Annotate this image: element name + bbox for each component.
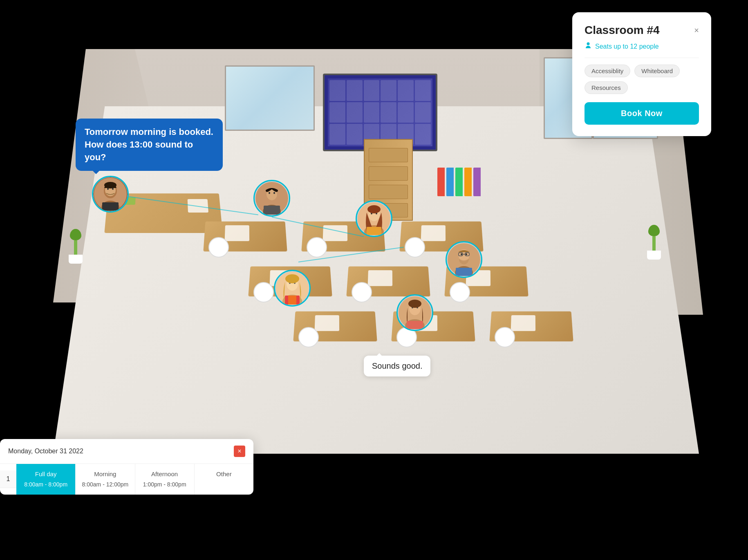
chair [495, 327, 515, 347]
chair [405, 237, 425, 258]
teacher-speech-bubble: Tomorrow morning is booked. How does 13:… [76, 119, 223, 171]
svg-rect-33 [456, 268, 472, 276]
student-speech-text: Sounds good. [372, 361, 422, 370]
tag-resources: Resources [585, 81, 628, 94]
chair [208, 237, 229, 258]
info-card-title: Classroom #4 [585, 24, 660, 37]
booking-option-fullday[interactable]: Full day 8:00am - 8:00pm [16, 464, 76, 495]
info-card-seats: Seats up to 12 people [585, 42, 699, 58]
plant-right [646, 225, 662, 258]
svg-point-39 [285, 274, 299, 283]
morning-time: 8:00am - 12:00pm [80, 480, 130, 489]
svg-point-47 [408, 300, 421, 308]
teacher-speech-text: Tomorrow morning is booked. How does 13:… [85, 127, 213, 162]
svg-point-49 [587, 43, 590, 45]
booking-row: 1 Full day 8:00am - 8:00pm Morning 8:00a… [0, 464, 253, 495]
chair [307, 237, 327, 258]
afternoon-label: Afternoon [151, 470, 178, 477]
bookshelf [437, 168, 481, 196]
svg-point-16 [273, 192, 275, 194]
chair [253, 282, 274, 302]
fullday-label: Full day [35, 470, 57, 477]
svg-point-15 [269, 192, 270, 194]
plant-left [67, 229, 84, 262]
student-speech-bubble: Sounds good. [364, 356, 430, 376]
booking-date: Monday, October 31 2022 [8, 448, 83, 455]
tag-accessibility: Accessiblity [585, 65, 630, 77]
booking-options: Full day 8:00am - 8:00pm Morning 8:00am … [16, 464, 253, 495]
booking-panel: Monday, October 31 2022 × 1 Full day 8:0… [0, 439, 253, 495]
booking-option-afternoon[interactable]: Afternoon 1:00pm - 8:00pm [135, 464, 195, 495]
booking-row-number: 1 [0, 470, 16, 488]
tag-whiteboard: Whiteboard [634, 65, 680, 77]
info-card-close-button[interactable]: × [694, 26, 699, 35]
avatar-student-5 [396, 294, 433, 331]
book-now-button[interactable]: Book Now [585, 102, 699, 125]
booking-option-other[interactable]: Other [195, 464, 253, 495]
svg-rect-41 [288, 296, 296, 305]
svg-point-29 [466, 253, 467, 255]
svg-rect-11 [102, 202, 119, 211]
scene: Tomorrow morning is booked. How does 13:… [0, 0, 748, 560]
svg-point-23 [367, 205, 381, 213]
info-card-header: Classroom #4 × [585, 24, 699, 37]
chair [352, 282, 372, 302]
seats-icon [585, 42, 592, 51]
avatar-student-2 [356, 200, 392, 237]
avatar-student-4 [274, 270, 311, 307]
avatar-teacher [92, 176, 129, 213]
other-label: Other [216, 470, 232, 477]
svg-rect-48 [407, 321, 423, 329]
info-card: Classroom #4 × Seats up to 12 people Acc… [572, 12, 711, 136]
booking-close-button[interactable]: × [234, 446, 245, 457]
morning-label: Morning [94, 470, 116, 477]
window-left [225, 65, 315, 131]
svg-point-28 [461, 253, 462, 255]
chair [450, 282, 470, 302]
fullday-time: 8:00am - 8:00pm [20, 480, 71, 489]
tags-row: Accessiblity Whiteboard Resources [585, 65, 699, 94]
afternoon-time: 1:00pm - 8:00pm [139, 480, 190, 489]
booking-option-morning[interactable]: Morning 8:00am - 12:00pm [76, 464, 135, 495]
svg-rect-17 [264, 206, 280, 215]
avatar-student-1 [253, 180, 290, 217]
avatar-student-3 [446, 241, 482, 278]
chair [298, 327, 319, 347]
svg-rect-24 [367, 227, 381, 235]
seats-text: Seats up to 12 people [595, 43, 659, 50]
booking-header: Monday, October 31 2022 × [0, 439, 253, 464]
